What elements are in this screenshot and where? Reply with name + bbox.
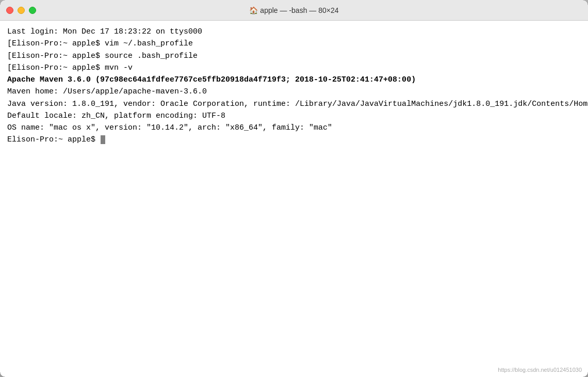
watermark: https://blog.csdn.net/u012451030 [498,367,582,373]
minimize-button[interactable] [18,7,25,14]
cursor [101,135,105,144]
terminal-line: Default locale: zh_CN, platform encoding… [7,110,581,122]
terminal-line: [Elison-Pro:~ apple$ source .bash_profil… [7,50,581,62]
terminal-line: OS name: "mac os x", version: "10.14.2",… [7,122,581,134]
traffic-lights [6,7,36,14]
maximize-button[interactable] [29,7,36,14]
terminal-body[interactable]: Last login: Mon Dec 17 18:23:22 on ttys0… [0,21,588,377]
terminal-line: [Elison-Pro:~ apple$ mvn -v [7,62,581,74]
terminal-line: Elison-Pro:~ apple$ [7,134,581,146]
terminal-line: Last login: Mon Dec 17 18:23:22 on ttys0… [7,26,581,38]
terminal-line: Java version: 1.8.0_191, vendor: Oracle … [7,98,581,110]
titlebar: 🏠 apple — -bash — 80×24 [0,0,588,21]
terminal-line: [Elison-Pro:~ apple$ vim ~/.bash_profile [7,38,581,50]
terminal-line: Apache Maven 3.6.0 (97c98ec64a1fdfee7767… [7,74,581,86]
terminal-window: 🏠 apple — -bash — 80×24 Last login: Mon … [0,0,588,377]
close-button[interactable] [6,7,13,14]
terminal-line: Maven home: /Users/apple/apache-maven-3.… [7,86,581,98]
window-title: 🏠 apple — -bash — 80×24 [249,6,338,14]
